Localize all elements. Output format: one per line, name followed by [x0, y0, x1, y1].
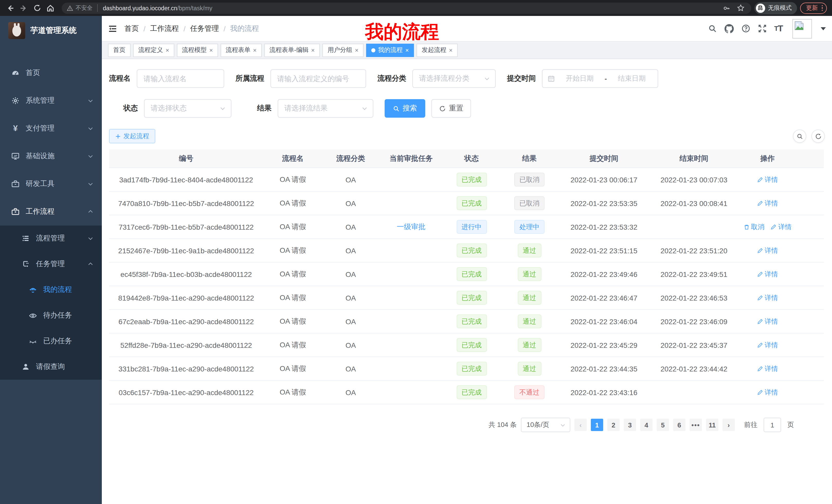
sidebar-item-my-process[interactable]: 我的流程	[0, 277, 102, 303]
detail-link[interactable]: 详情	[757, 293, 778, 302]
detail-link[interactable]: 详情	[757, 317, 778, 326]
browser-home-icon[interactable]	[45, 3, 55, 13]
detail-link[interactable]: 详情	[757, 364, 778, 373]
detail-link[interactable]: 详情	[757, 388, 778, 397]
chevron-down-icon	[362, 105, 368, 111]
toggle-search-button[interactable]	[793, 130, 806, 143]
close-icon[interactable]: ×	[253, 47, 257, 54]
edit-icon	[757, 200, 763, 206]
sidebar-item-label: 首页	[26, 68, 40, 78]
category-select[interactable]: 请选择流程分类	[412, 69, 496, 88]
password-key-icon[interactable]	[721, 3, 731, 13]
tab-process-form-edit[interactable]: 流程表单-编辑×	[264, 44, 320, 57]
status-select[interactable]: 请选择状态	[144, 99, 231, 118]
browser-forward-icon[interactable]	[19, 3, 29, 13]
process-name-input[interactable]	[137, 69, 224, 88]
sidebar-item-payment[interactable]: ¥ 支付管理	[0, 115, 102, 142]
goto-page-input[interactable]	[763, 418, 781, 432]
tab-start-process[interactable]: 发起流程×	[417, 44, 458, 57]
sidebar-item-process-mgmt[interactable]: 流程管理	[0, 226, 102, 251]
search-icon[interactable]	[708, 24, 717, 33]
next-page-button[interactable]: ›	[723, 419, 735, 431]
page-button-1[interactable]: 1	[591, 419, 603, 431]
page-button-3[interactable]: 3	[624, 419, 636, 431]
browser-back-icon[interactable]	[5, 3, 16, 13]
cancel-link[interactable]: 取消	[743, 222, 764, 231]
detail-link[interactable]: 详情	[757, 270, 778, 279]
reset-button[interactable]: 重置	[432, 99, 471, 118]
sidebar-item-label: 研发工具	[26, 179, 54, 189]
app-title: 芋道管理系统	[30, 25, 77, 35]
result-badge: 通过	[518, 267, 541, 281]
bookmark-star-icon[interactable]	[735, 3, 746, 13]
breadcrumb-item[interactable]: 任务管理	[190, 24, 219, 33]
avatar[interactable]	[792, 19, 812, 38]
sidebar-item-infra[interactable]: 基础设施	[0, 142, 102, 170]
col-header-category: 流程分类	[322, 154, 379, 163]
result-badge: 不通过	[514, 385, 545, 399]
help-icon[interactable]	[741, 24, 750, 33]
sidebar-item-home[interactable]: 首页	[0, 59, 102, 87]
breadcrumb-item[interactable]: 首页	[125, 24, 139, 33]
close-icon[interactable]: ×	[165, 47, 169, 54]
browser-update-button[interactable]: 更新	[800, 2, 827, 13]
refresh-table-button[interactable]	[811, 130, 825, 143]
close-icon[interactable]: ×	[449, 47, 452, 54]
detail-link[interactable]: 详情	[771, 222, 791, 231]
browser-reload-icon[interactable]	[32, 3, 42, 13]
page-size-select[interactable]: 10条/页	[521, 418, 570, 432]
plus-icon	[115, 133, 121, 139]
browser-menu-icon[interactable]	[822, 5, 823, 11]
avatar-dropdown-caret[interactable]	[821, 27, 826, 30]
tab-process-form[interactable]: 流程表单×	[220, 44, 262, 57]
close-icon[interactable]: ×	[405, 47, 409, 54]
page-ellipsis[interactable]: •••	[690, 419, 702, 431]
detail-link[interactable]: 详情	[757, 199, 778, 208]
page-button-2[interactable]: 2	[607, 419, 620, 431]
github-icon[interactable]	[724, 24, 733, 33]
page-button-11[interactable]: 11	[706, 419, 718, 431]
sidebar-fold-icon[interactable]	[108, 24, 117, 33]
prev-page-button[interactable]: ‹	[574, 419, 587, 431]
current-task-link[interactable]: 一级审批	[397, 222, 425, 230]
search-button[interactable]: 搜索	[385, 99, 425, 118]
sidebar-item-todo-tasks[interactable]: 待办任务	[0, 303, 102, 328]
font-size-icon[interactable]: TT	[774, 23, 783, 34]
result-badge: 已取消	[514, 196, 545, 210]
page-button-4[interactable]: 4	[640, 419, 653, 431]
detail-link[interactable]: 详情	[757, 246, 778, 255]
close-icon[interactable]: ×	[355, 47, 358, 54]
sidebar-item-system[interactable]: 系统管理	[0, 87, 102, 115]
sidebar-item-done-tasks[interactable]: 已办任务	[0, 328, 102, 354]
close-icon[interactable]: ×	[311, 47, 315, 54]
process-definition-input[interactable]	[270, 69, 366, 88]
create-process-button[interactable]: 发起流程	[109, 129, 155, 143]
sidebar-item-leave-query[interactable]: 请假查询	[0, 354, 102, 380]
sidebar-item-workflow[interactable]: 工作流程	[0, 198, 102, 226]
detail-link[interactable]: 详情	[757, 340, 778, 349]
filter-row-1: 流程名 所属流程 流程分类 请选择流程分类 提交时间 开始日期 - 结束日期	[109, 69, 825, 88]
tab-user-group[interactable]: 用户分组×	[322, 44, 364, 57]
result-select[interactable]: 请选择流结果	[278, 99, 373, 118]
breadcrumb-item[interactable]: 工作流程	[150, 24, 179, 33]
sidebar-item-task-mgmt[interactable]: 任务管理	[0, 251, 102, 277]
close-icon[interactable]: ×	[209, 47, 213, 54]
chevron-down-icon	[560, 422, 566, 428]
tab-my-process[interactable]: 我的流程×	[366, 44, 414, 57]
fullscreen-icon[interactable]	[758, 24, 766, 33]
page-button-5[interactable]: 5	[657, 419, 669, 431]
status-badge: 已完成	[457, 362, 487, 375]
tab-home[interactable]: 首页	[108, 44, 131, 57]
filter-label-category: 流程分类	[378, 74, 406, 83]
submit-time-range-picker[interactable]: 开始日期 - 结束日期	[542, 69, 658, 88]
security-indicator[interactable]: 不安全	[67, 4, 98, 12]
detail-link[interactable]: 详情	[757, 175, 778, 184]
monitor-icon	[11, 152, 20, 160]
app-logo-row[interactable]: 芋道管理系统	[0, 16, 102, 45]
tab-process-model[interactable]: 流程模型×	[177, 44, 218, 57]
page-button-6[interactable]: 6	[673, 419, 685, 431]
sidebar-item-devtools[interactable]: 研发工具	[0, 170, 102, 198]
table-row: 7470a810-7b9b-11ec-b5b7-acde48001122 OA …	[109, 192, 824, 215]
address-bar[interactable]: 不安全 dashboard.yudao.iocoder.cn/bpm/task/…	[62, 2, 751, 13]
tab-process-definition[interactable]: 流程定义×	[133, 44, 174, 57]
